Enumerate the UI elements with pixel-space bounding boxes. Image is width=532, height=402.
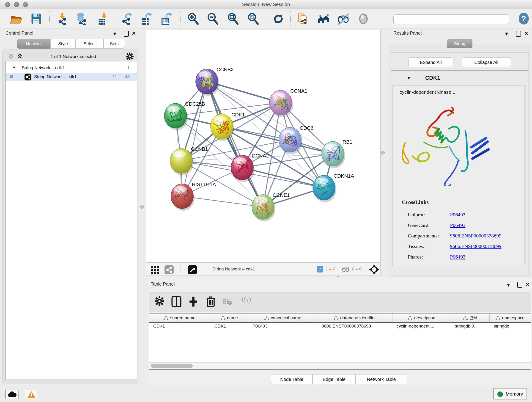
column-header[interactable]: namespace	[490, 313, 531, 322]
main-toolbar: ?	[0, 9, 532, 28]
import-network-from-database-button[interactable]	[75, 12, 88, 25]
network-status-dot	[10, 75, 13, 78]
memory-status-dot	[497, 391, 503, 397]
selected-node-edge-counts: 1 – 0	[326, 267, 335, 272]
export-network-icon	[120, 12, 133, 25]
network-row-selected[interactable]: String Network – cdk1 11 48	[6, 73, 137, 81]
gene-expander-icon[interactable]: ▼	[407, 76, 411, 81]
import-table-from-file-button[interactable]	[96, 12, 109, 25]
memory-label: Memory	[506, 391, 523, 397]
gene-name: CDK1	[425, 75, 440, 81]
results-panel-maximize-button[interactable]	[516, 31, 521, 37]
network-view-toggle-icon[interactable]	[165, 265, 174, 274]
crosslink-uniprot[interactable]: P06493	[450, 212, 465, 217]
glasses-slash-icon	[337, 12, 350, 25]
zoom-in-icon	[186, 12, 199, 25]
control-panel-close-button[interactable]: ✕	[132, 31, 136, 36]
import-network-from-file-button[interactable]	[56, 12, 69, 25]
cloud-status-button[interactable]	[5, 390, 19, 399]
refresh-button[interactable]	[272, 12, 285, 25]
show-all-button[interactable]	[357, 12, 370, 25]
export-network-button[interactable]	[120, 12, 133, 25]
show-columns-icon[interactable]	[171, 296, 181, 307]
help-button[interactable]: ?	[519, 13, 529, 25]
table-row[interactable]: CDK1 CDK1 P06493 9606.ENSP00000378699 cy…	[149, 324, 531, 332]
column-header[interactable]: database identifier	[317, 313, 392, 322]
column-header[interactable]: @id	[451, 313, 490, 322]
home-button[interactable]	[317, 12, 330, 25]
tab-sets[interactable]: Sets	[104, 39, 125, 49]
create-column-plus-icon[interactable]	[188, 296, 198, 307]
table-panel-close-button[interactable]: ✕	[526, 282, 530, 287]
expand-all-icon[interactable]	[17, 53, 24, 60]
crosslink-label: Compartments:	[408, 230, 439, 241]
column-type-icon	[221, 316, 225, 320]
column-header[interactable]: name	[210, 313, 248, 322]
tab-network[interactable]: Network	[17, 39, 51, 49]
network-canvas[interactable]	[146, 30, 380, 263]
save-session-button[interactable]	[30, 12, 43, 25]
results-panel-float-button[interactable]: ▼	[504, 32, 509, 36]
crosslink-pharos[interactable]: P06493	[450, 254, 465, 260]
crosslink-label: Uniprot:	[408, 210, 439, 220]
export-table-button[interactable]	[140, 12, 152, 25]
results-panel-close-button[interactable]: ✕	[524, 31, 528, 36]
birdseye-view-icon[interactable]	[188, 265, 197, 274]
tree-expander-icon[interactable]: ▼	[12, 65, 16, 70]
clone-network-button[interactable]	[297, 12, 309, 25]
collapse-all-icon[interactable]	[8, 53, 16, 60]
network-options-gear-icon[interactable]	[126, 52, 134, 61]
zoom-fit-button[interactable]	[226, 12, 239, 25]
selected-checkbox[interactable]: ✓	[317, 266, 323, 273]
hide-selected-button[interactable]	[337, 12, 350, 25]
table-settings-gear-icon[interactable]	[154, 296, 165, 306]
warning-icon	[27, 391, 36, 398]
table-panel-maximize-button[interactable]	[517, 282, 522, 288]
search-input[interactable]	[393, 14, 509, 24]
protein-structure-image	[399, 105, 497, 186]
table-panel-float-button[interactable]: ▼	[506, 283, 511, 287]
column-header[interactable]: canonical name	[248, 313, 317, 322]
open-session-button[interactable]	[10, 12, 22, 25]
column-type-icon	[164, 316, 168, 320]
column-header[interactable]: shared name	[149, 313, 210, 322]
zoom-selected-button[interactable]	[247, 12, 259, 25]
edge-count: 48	[125, 74, 130, 79]
left-splitter-grip[interactable]	[140, 205, 144, 209]
tab-edge-table[interactable]: Edge Table	[312, 374, 355, 384]
table-horizontal-scrollbar[interactable]	[149, 362, 531, 369]
warnings-button[interactable]	[25, 390, 38, 399]
function-builder-icon-disabled: f(x)	[241, 296, 251, 303]
delete-column-trash-icon[interactable]	[206, 296, 215, 307]
crosslink-genecard[interactable]: P06493	[450, 222, 465, 228]
control-panel-title: Control Panel	[6, 31, 33, 36]
table-header-row: shared name name canonical name database…	[149, 313, 531, 323]
memory-button[interactable]: Memory	[493, 389, 527, 400]
network-selection-status: 1 of 1 Network selected	[27, 54, 119, 59]
tab-select[interactable]: Select	[76, 39, 104, 49]
control-panel-maximize-button[interactable]	[124, 31, 129, 37]
zoom-in-button[interactable]	[186, 12, 199, 25]
crosslink-tissues[interactable]: 9606.ENSP00000378699	[450, 243, 501, 249]
grid-view-icon[interactable]	[150, 265, 159, 274]
network-collection-row[interactable]: ▼ String Network – cdk1 1	[6, 65, 137, 72]
right-splitter-grip[interactable]	[381, 151, 385, 154]
tab-string[interactable]: String	[447, 39, 472, 48]
toolbar-separator	[116, 11, 116, 26]
cell-description: cyclin-dependent ...	[393, 324, 451, 332]
crosslink-compartments[interactable]: 9606.ENSP00000378699	[450, 233, 501, 239]
export-image-button[interactable]	[160, 12, 173, 25]
control-panel-float-button[interactable]: ▼	[112, 32, 117, 36]
results-scrollbar[interactable]	[524, 86, 526, 265]
node-table[interactable]: shared name name canonical name database…	[149, 313, 531, 370]
expand-all-button[interactable]: Expand All	[408, 57, 453, 67]
scrollbar-thumb[interactable]	[151, 364, 193, 368]
fit-selected-crosshair-icon[interactable]	[369, 264, 380, 275]
tab-node-table[interactable]: Node Table	[271, 374, 312, 384]
zoom-out-button[interactable]	[206, 12, 219, 25]
toolbar-separator	[266, 11, 266, 26]
tab-style[interactable]: Style	[51, 39, 76, 49]
tab-network-table[interactable]: Network Table	[355, 374, 407, 384]
column-header[interactable]: description	[393, 313, 451, 322]
collapse-all-button[interactable]: Collapse All	[462, 57, 511, 67]
